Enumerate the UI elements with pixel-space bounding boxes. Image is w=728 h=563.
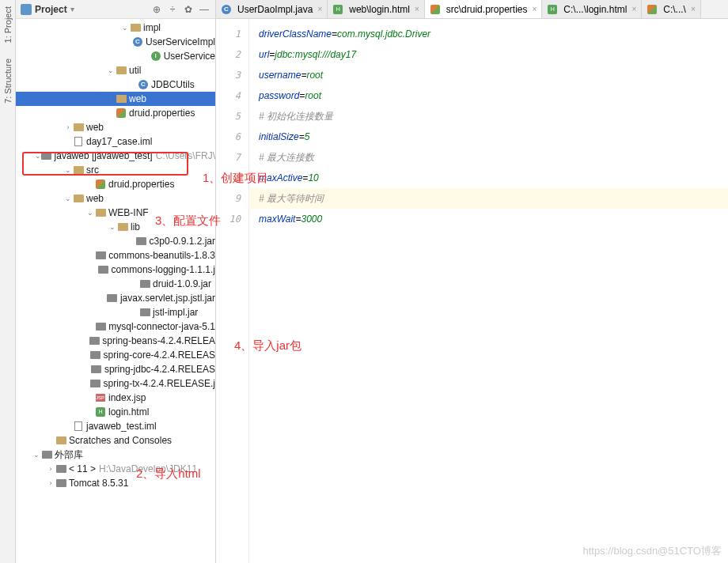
dropdown-icon[interactable]: ▾ xyxy=(70,5,74,13)
hide-icon[interactable]: — xyxy=(198,3,210,16)
tree-row[interactable]: ⌄src xyxy=(16,163,215,177)
code-line[interactable]: maxWait=3000 xyxy=(259,209,728,229)
tree-item-label: Scratches and Consoles xyxy=(69,435,172,446)
tree-row[interactable]: druid-1.0.9.jar xyxy=(16,277,215,291)
expand-arrow-icon[interactable]: ⌄ xyxy=(120,24,130,32)
tree-row[interactable]: ⌄外部库 xyxy=(16,448,215,462)
tree-row[interactable]: spring-jdbc-4.2.4.RELEAS xyxy=(16,362,215,376)
close-icon[interactable]: × xyxy=(691,5,696,13)
left-tool-gutter[interactable]: 1: Project 7: Structure xyxy=(0,0,16,563)
code-line[interactable]: maxActive=10 xyxy=(259,168,728,188)
tree-row[interactable]: ⌄util xyxy=(16,63,215,77)
tree-row[interactable]: ⌄web xyxy=(16,191,215,206)
gear-icon[interactable]: ✿ xyxy=(182,3,195,16)
tree-row[interactable]: javax.servlet.jsp.jstl.jar xyxy=(16,291,215,305)
project-tree[interactable]: ⌄implCUserServiceImplIUserService⌄utilCJ… xyxy=(16,19,215,563)
tree-row[interactable]: ⌄lib xyxy=(16,220,215,234)
folder-icon xyxy=(95,207,106,218)
tree-item-label: index.jsp xyxy=(108,392,146,403)
tree-row[interactable]: c3p0-0.9.1.2.jar xyxy=(16,234,215,248)
target-icon[interactable]: ⊕ xyxy=(150,3,163,16)
code-line[interactable]: username=root xyxy=(259,65,728,85)
tree-row[interactable]: druid.properties xyxy=(16,106,215,120)
editor-tab[interactable]: Hweb\login.html× xyxy=(328,0,425,18)
code-area[interactable]: driverClassName=com.mysql.jdbc.Driverurl… xyxy=(249,19,728,563)
tree-row[interactable]: ⌄impl xyxy=(16,21,215,35)
expand-arrow-icon[interactable]: › xyxy=(46,479,55,487)
tree-row[interactable]: druid.properties xyxy=(16,177,215,191)
tree-row[interactable]: commons-beanutils-1.8.3 xyxy=(16,248,215,263)
tree-row[interactable]: Scratches and Consoles xyxy=(16,433,215,448)
tree-row[interactable]: ⌄javaweb [javaweb_test]C:\Users\FRJ\ xyxy=(16,149,215,163)
close-icon[interactable]: × xyxy=(533,5,537,13)
close-icon[interactable]: × xyxy=(317,5,322,13)
tree-row[interactable]: commons-logging-1.1.1.j xyxy=(16,263,215,277)
editor-tab[interactable]: CUserDaoImpl.java× xyxy=(216,0,328,18)
tab-label: web\login.html xyxy=(349,4,410,15)
close-icon[interactable]: × xyxy=(631,5,636,13)
code-line[interactable]: initialSize=5 xyxy=(259,127,728,147)
collapse-icon[interactable]: ÷ xyxy=(166,3,179,16)
tree-row[interactable]: jstl-impl.jar xyxy=(16,305,215,319)
tree-row[interactable]: Hlogin.html xyxy=(16,405,215,419)
project-sidebar: Project ▾ ⊕ ÷ ✿ — ⌄implCUserServiceImplI… xyxy=(16,0,216,563)
expand-arrow-icon[interactable]: › xyxy=(106,95,116,103)
tree-item-label: druid-1.0.9.jar xyxy=(153,278,211,289)
expand-arrow-icon[interactable]: ⌄ xyxy=(85,209,95,217)
expand-arrow-icon[interactable]: ⌄ xyxy=(106,66,116,74)
tree-row[interactable]: javaweb_test.iml xyxy=(16,419,215,433)
class-icon: C xyxy=(138,79,149,90)
expand-arrow-icon[interactable]: › xyxy=(46,465,55,473)
code-line[interactable]: password=root xyxy=(259,85,728,106)
tree-item-label: UserService xyxy=(164,51,215,62)
expand-arrow-icon[interactable]: › xyxy=(63,123,73,131)
tab-label: UserDaoImpl.java xyxy=(237,4,313,15)
tree-row[interactable]: ›web xyxy=(16,120,215,134)
tree-row[interactable]: ›Tomcat 8.5.31 xyxy=(16,476,215,490)
tree-item-label: web xyxy=(86,193,104,204)
editor-pane: CUserDaoImpl.java×Hweb\login.html×src\dr… xyxy=(216,0,728,563)
line-number: 6 xyxy=(216,127,241,147)
tree-row[interactable]: ›< 11 >H:\JavaDevelop\JDK11 xyxy=(16,462,215,476)
code-line[interactable]: url=jdbc:mysql:///day17 xyxy=(259,44,728,65)
expand-arrow-icon[interactable]: ⌄ xyxy=(108,223,117,231)
jsp-icon: JSP xyxy=(95,392,106,403)
tree-row[interactable]: spring-core-4.2.4.RELEAS xyxy=(16,348,215,362)
tree-row[interactable]: spring-tx-4.2.4.RELEASE.j xyxy=(16,376,215,391)
tree-row[interactable]: CUserServiceImpl xyxy=(16,35,215,49)
code-line[interactable]: # 最大等待时间 xyxy=(249,188,728,209)
editor-tab[interactable]: HC:\...\login.html× xyxy=(542,0,642,18)
tree-row[interactable]: CJDBCUtils xyxy=(16,77,215,92)
code-line[interactable]: # 初始化连接数量 xyxy=(259,106,728,127)
properties-icon xyxy=(116,108,127,119)
tree-row[interactable]: JSPindex.jsp xyxy=(16,391,215,405)
tree-item-label: spring-beans-4.2.4.RELEA xyxy=(102,335,215,346)
gutter-structure[interactable]: 7: Structure xyxy=(3,59,13,104)
library-icon xyxy=(55,463,66,474)
line-number: 4 xyxy=(216,85,241,106)
expand-arrow-icon[interactable]: ⌄ xyxy=(63,166,73,174)
close-icon[interactable]: × xyxy=(415,5,419,13)
file-icon xyxy=(73,421,84,432)
editor-tabs[interactable]: CUserDaoImpl.java×Hweb\login.html×src\dr… xyxy=(216,0,728,19)
tree-item-label: spring-core-4.2.4.RELEAS xyxy=(104,350,215,361)
editor-tab[interactable]: C:\...\× xyxy=(642,0,701,18)
tree-row[interactable]: day17_case.iml xyxy=(16,134,215,149)
expand-arrow-icon[interactable]: ⌄ xyxy=(35,152,41,160)
expand-arrow-icon[interactable]: ⌄ xyxy=(63,195,73,202)
tree-row[interactable]: mysql-connector-java-5.1 xyxy=(16,319,215,334)
module-icon xyxy=(41,150,52,161)
tree-item-label: day17_case.iml xyxy=(86,136,152,147)
tree-row[interactable]: ›web xyxy=(16,92,215,106)
gutter-project[interactable]: 1: Project xyxy=(3,6,13,43)
properties-icon xyxy=(95,179,106,190)
tree-item-label: 外部库 xyxy=(55,448,83,462)
tree-row[interactable]: IUserService xyxy=(16,49,215,63)
expand-arrow-icon[interactable]: ⌄ xyxy=(32,451,41,459)
code-line[interactable]: driverClassName=com.mysql.jdbc.Driver xyxy=(259,24,728,44)
code-line[interactable]: # 最大连接数 xyxy=(259,147,728,168)
tree-row[interactable]: spring-beans-4.2.4.RELEA xyxy=(16,334,215,348)
tree-row[interactable]: ⌄WEB-INF xyxy=(16,206,215,220)
editor-tab[interactable]: src\druid.properties× xyxy=(425,0,543,18)
folder-icon xyxy=(73,193,84,204)
